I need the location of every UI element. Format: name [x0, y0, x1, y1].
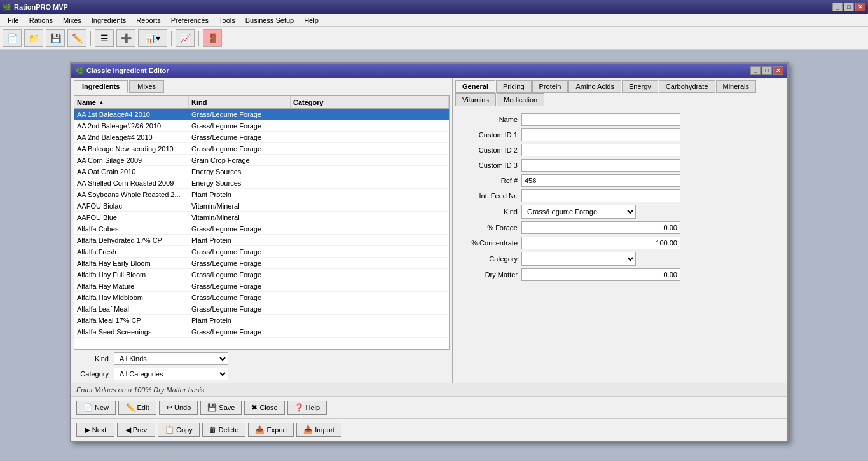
title-bar: 🌿 RationPRO MVP _ □ ✕: [0, 0, 868, 14]
export-button[interactable]: 📤 Export: [248, 423, 294, 437]
menu-ingredients[interactable]: Ingredients: [86, 15, 131, 25]
editor-close-btn[interactable]: ✕: [773, 66, 783, 75]
import-icon: 📥: [303, 425, 313, 434]
list-item[interactable]: AAFOU Biolac Vitamin/Mineral: [74, 200, 449, 212]
custom-id1-input[interactable]: [521, 128, 680, 141]
list-cell-kind: Energy Sources: [189, 168, 291, 175]
toolbar-new[interactable]: 📄: [3, 29, 22, 47]
dry-matter-input[interactable]: [521, 268, 680, 281]
tab-ingredients[interactable]: Ingredients: [74, 80, 128, 93]
menu-file[interactable]: File: [3, 15, 24, 25]
tab-amino-acids[interactable]: Amino Acids: [568, 80, 621, 93]
close-app-button[interactable]: ✕: [855, 3, 865, 11]
form-grid: Name Custom ID 1 Custom ID 2: [455, 111, 785, 284]
custom-id2-input[interactable]: [521, 144, 680, 156]
next-button[interactable]: ▶ Next: [76, 423, 114, 437]
copy-button[interactable]: 📋 Copy: [158, 423, 200, 437]
menu-preferences[interactable]: Preferences: [166, 15, 214, 25]
edit-button[interactable]: ✏️ Edit: [118, 401, 156, 415]
list-cell-kind: Grass/Legume Forage: [189, 111, 291, 118]
minimize-button[interactable]: _: [832, 3, 843, 11]
int-feed-input[interactable]: [521, 189, 680, 202]
menu-help[interactable]: Help: [299, 15, 324, 25]
save-button[interactable]: 💾 Save: [200, 401, 242, 415]
form-row-custom2: Custom ID 2: [458, 144, 782, 156]
import-button[interactable]: 📥 Import: [296, 423, 341, 437]
form-label-custom1: Custom ID 1: [458, 131, 521, 139]
menu-business-setup[interactable]: Business Setup: [240, 15, 299, 25]
undo-button[interactable]: ↩ Undo: [159, 401, 198, 415]
filter-category-select[interactable]: All Categories: [114, 368, 228, 380]
list-item[interactable]: Alfalfa Hay Early Bloom Grass/Legume For…: [74, 258, 449, 269]
list-item[interactable]: AA 1st Baleage#4 2010 Grass/Legume Forag…: [74, 109, 449, 120]
list-item[interactable]: Alfalfa Fresh Grass/Legume Forage: [74, 246, 449, 258]
form-label-name: Name: [458, 116, 521, 123]
filter-kind-select[interactable]: All KindsGrass/Legume ForageGrain Crop F…: [114, 352, 228, 365]
form-label-custom3: Custom ID 3: [458, 162, 521, 169]
toolbar-exit[interactable]: 🚪: [203, 29, 222, 47]
toolbar-print[interactable]: ✏️: [67, 29, 86, 47]
delete-button[interactable]: 🗑 Delete: [202, 423, 246, 437]
tab-mixes[interactable]: Mixes: [129, 80, 164, 93]
list-item[interactable]: Alfalfa Hay Midbloom Grass/Legume Forage: [74, 292, 449, 303]
filter-category-row: Category All Categories: [74, 368, 450, 380]
list-cell-kind: Grass/Legume Forage: [189, 122, 291, 130]
name-input[interactable]: [521, 113, 680, 126]
custom-id3-input[interactable]: [521, 159, 680, 172]
list-item[interactable]: Alfalfa Seed Screenings Grass/Legume For…: [74, 326, 449, 338]
list-cell-kind: Grass/Legume Forage: [189, 225, 291, 233]
help-button[interactable]: ❓ Help: [287, 401, 327, 415]
maximize-button[interactable]: □: [844, 3, 854, 11]
tab-minerals[interactable]: Minerals: [716, 80, 757, 93]
list-item[interactable]: Alfalfa Leaf Meal Grass/Legume Forage: [74, 303, 449, 315]
menu-rations[interactable]: Rations: [24, 15, 58, 25]
list-item[interactable]: AA Baleage New seeding 2010 Grass/Legume…: [74, 143, 449, 155]
menu-mixes[interactable]: Mixes: [58, 15, 86, 25]
concentrate-input[interactable]: [521, 237, 680, 249]
menu-reports[interactable]: Reports: [131, 15, 166, 25]
toolbar-add[interactable]: ➕: [116, 29, 135, 47]
tab-pricing[interactable]: Pricing: [496, 80, 532, 93]
form-row-ref: Ref #: [458, 174, 782, 187]
list-item[interactable]: AA Corn Silage 2009 Grain Crop Forage: [74, 155, 449, 166]
list-item[interactable]: Alfalfa Cubes Grass/Legume Forage: [74, 223, 449, 235]
list-item[interactable]: AA Soybeans Whole Roasted 2... Plant Pro…: [74, 189, 449, 200]
toolbar-open[interactable]: 📁: [24, 29, 43, 47]
editor-minimize-btn[interactable]: _: [750, 66, 761, 75]
list-cell-name: Alfalfa Seed Screenings: [74, 328, 189, 336]
list-item[interactable]: AAFOU Blue Vitamin/Mineral: [74, 212, 449, 223]
ingredient-list[interactable]: AA 1st Baleage#4 2010 Grass/Legume Forag…: [74, 109, 449, 349]
list-item[interactable]: AA 2nd Baleage#4 2010 Grass/Legume Forag…: [74, 132, 449, 143]
ref-input[interactable]: [521, 174, 680, 187]
toolbar-graph[interactable]: 📈: [176, 29, 195, 47]
tab-protein[interactable]: Protein: [532, 80, 568, 93]
list-item[interactable]: Alfalfa Hay Full Bloom Grass/Legume Fora…: [74, 269, 449, 280]
close-button[interactable]: ✖ Close: [244, 401, 284, 415]
forage-input[interactable]: [521, 221, 680, 234]
tab-carbohydrate[interactable]: Carbohydrate: [659, 80, 715, 93]
menu-tools[interactable]: Tools: [214, 15, 240, 25]
list-item[interactable]: Alfalfa Hay Mature Grass/Legume Forage: [74, 280, 449, 292]
list-item[interactable]: Alfalfa Dehydrated 17% CP Plant Protein: [74, 235, 449, 246]
tab-medication[interactable]: Medication: [497, 93, 544, 106]
list-item[interactable]: AA Shelled Corn Roasted 2009 Energy Sour…: [74, 177, 449, 189]
list-cell-kind: Grass/Legume Forage: [189, 282, 291, 290]
prev-button[interactable]: ◀ Prev: [117, 423, 155, 437]
toolbar-chart[interactable]: 📊▾: [138, 29, 167, 47]
new-button[interactable]: 📄 New: [76, 401, 116, 415]
tab-general[interactable]: General: [455, 80, 495, 93]
tab-vitamins[interactable]: Vitamins: [455, 93, 496, 106]
list-item[interactable]: AA Oat Grain 2010 Energy Sources: [74, 166, 449, 177]
category-select[interactable]: [521, 252, 636, 266]
kind-select[interactable]: Grass/Legume ForageGrain Crop ForageEner…: [521, 205, 636, 219]
tab-energy[interactable]: Energy: [622, 80, 658, 93]
list-item[interactable]: AA 2nd Baleage#2&6 2010 Grass/Legume For…: [74, 120, 449, 132]
list-cell-kind: Grass/Legume Forage: [189, 328, 291, 336]
form-row-category: Category: [458, 252, 782, 266]
left-panel: Ingredients Mixes Name ▲ Kind Category: [71, 78, 453, 383]
toolbar-save[interactable]: 💾: [46, 29, 65, 47]
editor-maximize-btn[interactable]: □: [762, 66, 772, 75]
toolbar-list[interactable]: ☰: [95, 29, 114, 47]
list-item[interactable]: Alfalfa Meal 17% CP Plant Protein: [74, 315, 449, 326]
editor-title-text: Classic Ingredient Editor: [86, 67, 169, 74]
